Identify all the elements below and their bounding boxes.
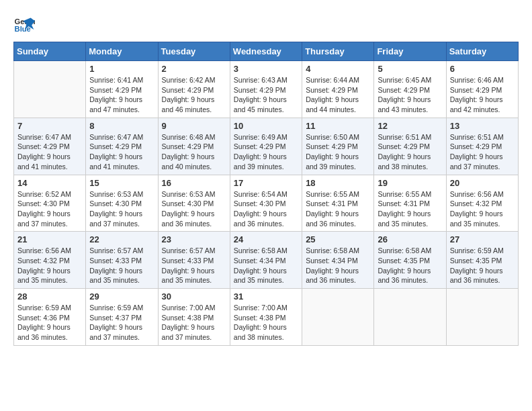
weekday-header: Friday [374,42,446,61]
calendar-cell: 7Sunrise: 6:47 AMSunset: 4:29 PMDaylight… [14,118,86,175]
day-number: 8 [89,121,154,131]
day-number: 3 [234,64,298,74]
day-info: Sunrise: 6:56 AMSunset: 4:32 PMDaylight:… [450,189,515,229]
calendar-cell: 4Sunrise: 6:44 AMSunset: 4:29 PMDaylight… [302,61,374,118]
day-info: Sunrise: 6:47 AMSunset: 4:29 PMDaylight:… [89,132,154,172]
calendar-cell: 16Sunrise: 6:53 AMSunset: 4:30 PMDayligh… [158,175,230,232]
day-info: Sunrise: 6:46 AMSunset: 4:29 PMDaylight:… [450,75,515,115]
calendar-row: 14Sunrise: 6:52 AMSunset: 4:30 PMDayligh… [14,175,519,232]
weekday-header: Sunday [14,42,86,61]
day-number: 16 [162,178,226,188]
day-number: 28 [17,291,82,302]
calendar-cell: 29Sunrise: 6:59 AMSunset: 4:37 PMDayligh… [86,289,158,346]
calendar-cell: 15Sunrise: 6:53 AMSunset: 4:30 PMDayligh… [86,175,158,232]
day-info: Sunrise: 6:52 AMSunset: 4:30 PMDaylight:… [17,189,82,229]
day-info: Sunrise: 6:43 AMSunset: 4:29 PMDaylight:… [234,75,298,115]
day-info: Sunrise: 6:58 AMSunset: 4:35 PMDaylight:… [378,246,442,285]
day-number: 21 [17,234,82,244]
calendar-cell: 9Sunrise: 6:48 AMSunset: 4:29 PMDaylight… [158,118,230,175]
calendar-cell: 1Sunrise: 6:41 AMSunset: 4:29 PMDaylight… [86,61,158,118]
calendar-cell: 22Sunrise: 6:57 AMSunset: 4:33 PMDayligh… [86,232,158,289]
day-info: Sunrise: 6:45 AMSunset: 4:29 PMDaylight:… [378,75,442,115]
page-header: General Blue [13,13,519,35]
weekday-header: Saturday [446,42,518,61]
calendar-body: 1Sunrise: 6:41 AMSunset: 4:29 PMDaylight… [14,61,519,346]
day-number: 26 [378,234,442,244]
calendar-cell: 25Sunrise: 6:58 AMSunset: 4:34 PMDayligh… [302,232,374,289]
calendar-cell: 20Sunrise: 6:56 AMSunset: 4:32 PMDayligh… [446,175,518,232]
calendar-cell [302,289,374,346]
day-number: 19 [378,178,442,188]
calendar-cell [14,61,86,118]
day-number: 10 [234,121,298,131]
weekday-header: Thursday [302,42,374,61]
day-number: 1 [89,64,154,74]
calendar-cell: 26Sunrise: 6:58 AMSunset: 4:35 PMDayligh… [374,232,446,289]
day-info: Sunrise: 6:59 AMSunset: 4:37 PMDaylight:… [89,303,154,342]
day-number: 29 [89,291,154,302]
calendar-cell: 10Sunrise: 6:49 AMSunset: 4:29 PMDayligh… [230,118,302,175]
calendar-cell: 24Sunrise: 6:58 AMSunset: 4:34 PMDayligh… [230,232,302,289]
calendar-cell: 5Sunrise: 6:45 AMSunset: 4:29 PMDaylight… [374,61,446,118]
day-info: Sunrise: 6:51 AMSunset: 4:29 PMDaylight:… [378,132,442,172]
calendar-cell: 6Sunrise: 6:46 AMSunset: 4:29 PMDaylight… [446,61,518,118]
calendar-table: SundayMondayTuesdayWednesdayThursdayFrid… [13,42,519,346]
day-info: Sunrise: 6:54 AMSunset: 4:30 PMDaylight:… [234,189,298,229]
day-info: Sunrise: 6:49 AMSunset: 4:29 PMDaylight:… [234,132,298,172]
calendar-row: 1Sunrise: 6:41 AMSunset: 4:29 PMDaylight… [14,61,519,118]
day-info: Sunrise: 6:58 AMSunset: 4:34 PMDaylight:… [234,246,298,285]
day-number: 2 [162,64,226,74]
day-number: 23 [162,234,226,244]
calendar-cell: 18Sunrise: 6:55 AMSunset: 4:31 PMDayligh… [302,175,374,232]
day-info: Sunrise: 6:42 AMSunset: 4:29 PMDaylight:… [162,75,226,115]
calendar-header-row: SundayMondayTuesdayWednesdayThursdayFrid… [14,42,519,61]
calendar-cell: 14Sunrise: 6:52 AMSunset: 4:30 PMDayligh… [14,175,86,232]
weekday-header: Wednesday [230,42,302,61]
day-info: Sunrise: 6:50 AMSunset: 4:29 PMDaylight:… [306,132,370,172]
day-number: 24 [234,234,298,244]
weekday-header: Monday [86,42,158,61]
weekday-header: Tuesday [158,42,230,61]
day-info: Sunrise: 6:47 AMSunset: 4:29 PMDaylight:… [17,132,82,172]
calendar-cell: 23Sunrise: 6:57 AMSunset: 4:33 PMDayligh… [158,232,230,289]
calendar-cell: 19Sunrise: 6:55 AMSunset: 4:31 PMDayligh… [374,175,446,232]
day-info: Sunrise: 6:53 AMSunset: 4:30 PMDaylight:… [162,189,226,229]
calendar-cell: 8Sunrise: 6:47 AMSunset: 4:29 PMDaylight… [86,118,158,175]
day-number: 7 [17,121,82,131]
day-number: 6 [450,64,515,74]
day-info: Sunrise: 6:56 AMSunset: 4:32 PMDaylight:… [17,246,82,285]
day-number: 5 [378,64,442,74]
day-number: 13 [450,121,515,131]
day-info: Sunrise: 6:57 AMSunset: 4:33 PMDaylight:… [89,246,154,285]
day-info: Sunrise: 6:44 AMSunset: 4:29 PMDaylight:… [306,75,370,115]
day-info: Sunrise: 6:58 AMSunset: 4:34 PMDaylight:… [306,246,370,285]
calendar-cell [374,289,446,346]
day-info: Sunrise: 6:48 AMSunset: 4:29 PMDaylight:… [162,132,226,172]
day-number: 9 [162,121,226,131]
day-number: 25 [306,234,370,244]
day-number: 18 [306,178,370,188]
calendar-cell: 13Sunrise: 6:51 AMSunset: 4:29 PMDayligh… [446,118,518,175]
day-info: Sunrise: 6:59 AMSunset: 4:35 PMDaylight:… [450,246,515,285]
calendar-cell: 21Sunrise: 6:56 AMSunset: 4:32 PMDayligh… [14,232,86,289]
calendar-cell: 30Sunrise: 7:00 AMSunset: 4:38 PMDayligh… [158,289,230,346]
day-info: Sunrise: 6:55 AMSunset: 4:31 PMDaylight:… [378,189,442,229]
day-number: 14 [17,178,82,188]
day-info: Sunrise: 6:57 AMSunset: 4:33 PMDaylight:… [162,246,226,285]
calendar-row: 21Sunrise: 6:56 AMSunset: 4:32 PMDayligh… [14,232,519,289]
day-number: 12 [378,121,442,131]
day-number: 15 [89,178,154,188]
day-info: Sunrise: 6:51 AMSunset: 4:29 PMDaylight:… [450,132,515,172]
day-number: 4 [306,64,370,74]
calendar-cell: 12Sunrise: 6:51 AMSunset: 4:29 PMDayligh… [374,118,446,175]
day-info: Sunrise: 6:59 AMSunset: 4:36 PMDaylight:… [17,303,82,342]
calendar-cell: 28Sunrise: 6:59 AMSunset: 4:36 PMDayligh… [14,289,86,346]
calendar-cell: 17Sunrise: 6:54 AMSunset: 4:30 PMDayligh… [230,175,302,232]
day-number: 11 [306,121,370,131]
day-info: Sunrise: 7:00 AMSunset: 4:38 PMDaylight:… [162,303,226,342]
calendar-cell: 2Sunrise: 6:42 AMSunset: 4:29 PMDaylight… [158,61,230,118]
day-number: 20 [450,178,515,188]
day-number: 27 [450,234,515,244]
day-number: 17 [234,178,298,188]
day-number: 31 [234,291,298,302]
